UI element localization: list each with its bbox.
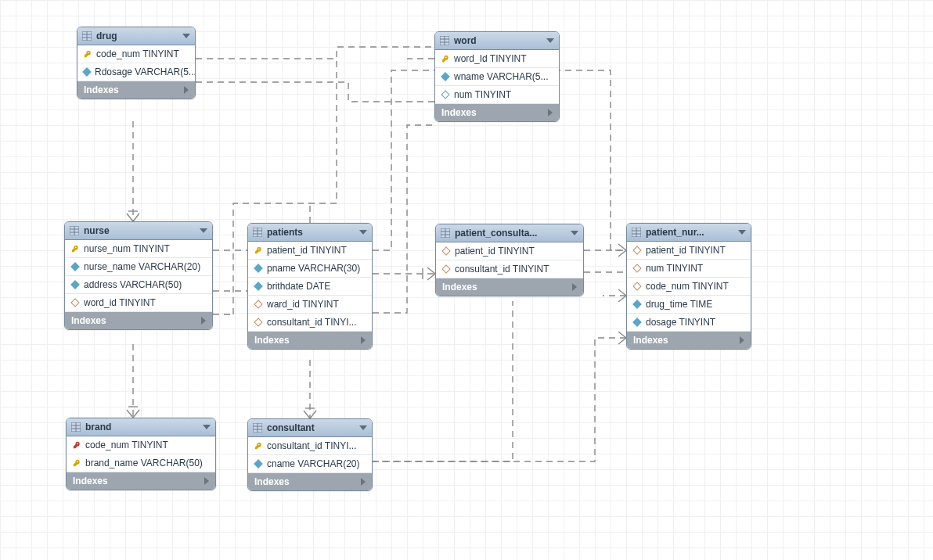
indexes-label: Indexes <box>71 315 106 326</box>
column-row[interactable]: code_num TINYINT <box>67 436 215 454</box>
column-row[interactable]: nurse_name VARCHAR(20) <box>65 258 212 276</box>
table-header[interactable]: brand <box>67 418 215 436</box>
indexes-section[interactable]: Indexes <box>627 332 751 349</box>
diamond-icon <box>254 460 262 468</box>
indexes-label: Indexes <box>633 335 668 346</box>
indexes-section[interactable]: Indexes <box>65 312 212 329</box>
chevron-down-icon[interactable] <box>359 230 367 235</box>
diamond-icon <box>254 264 262 272</box>
column-label: patient_id TINYINT <box>267 245 347 256</box>
indexes-section[interactable]: Indexes <box>436 278 583 296</box>
chevron-down-icon[interactable] <box>203 425 211 429</box>
column-label: consultant_id TINYI... <box>267 317 357 328</box>
column-row[interactable]: ward_id TINYINT <box>248 296 372 314</box>
column-row[interactable]: consultant_id TINYI... <box>248 314 372 332</box>
svg-line-17 <box>618 296 626 302</box>
column-label: word_id TINYINT <box>84 297 156 308</box>
indexes-section[interactable]: Indexes <box>77 81 195 99</box>
diamond-icon <box>71 281 79 289</box>
indexes-section[interactable]: Indexes <box>248 473 372 490</box>
column-label: pname VARCHAR(30) <box>267 263 360 274</box>
svg-line-14 <box>618 244 626 250</box>
table-patient_nur[interactable]: patient_nur...patient_id TINYINTnum TINY… <box>626 223 751 350</box>
table-header[interactable]: patients <box>248 224 372 242</box>
column-label: num TINYINT <box>454 89 511 100</box>
table-title: drug <box>96 31 178 41</box>
table-word[interactable]: wordword_Id TINYINTwname VARCHAR(5...num… <box>434 31 560 122</box>
diamond-icon <box>442 247 450 255</box>
diamond-icon <box>71 263 79 271</box>
column-label: ward_id TINYINT <box>267 299 339 310</box>
diamond-icon <box>633 282 641 290</box>
chevron-down-icon[interactable] <box>182 34 190 38</box>
table-header[interactable]: nurse <box>65 222 212 240</box>
table-patients[interactable]: patientspatient_id TINYINTpname VARCHAR(… <box>247 223 373 350</box>
table-patient_consulta[interactable]: patient_consulta...patient_id TINYINTcon… <box>435 224 584 296</box>
column-row[interactable]: Rdosage VARCHAR(5... <box>77 63 195 81</box>
diamond-icon <box>633 264 641 272</box>
column-label: word_Id TINYINT <box>454 53 526 64</box>
column-row[interactable]: word_Id TINYINT <box>435 50 559 68</box>
chevron-right-icon <box>740 336 744 344</box>
table-brand[interactable]: brandcode_num TINYINTbrand_name VARCHAR(… <box>66 418 216 490</box>
column-label: consultant_id TINYINT <box>455 264 549 275</box>
chevron-down-icon[interactable] <box>738 230 746 235</box>
svg-line-16 <box>618 289 626 296</box>
column-label: patient_id TINYINT <box>455 246 535 257</box>
column-row[interactable]: wname VARCHAR(5... <box>435 68 559 86</box>
key-icon <box>441 55 449 63</box>
indexes-label: Indexes <box>441 107 477 118</box>
table-header[interactable]: consultant <box>248 419 372 437</box>
diamond-icon <box>254 282 262 290</box>
column-row[interactable]: num TINYINT <box>627 260 751 278</box>
table-header[interactable]: word <box>435 32 559 50</box>
table-icon <box>253 228 262 237</box>
table-icon <box>440 36 449 45</box>
column-row[interactable]: patient_id TINYINT <box>436 242 583 260</box>
column-row[interactable]: dosage TINYINT <box>627 314 751 332</box>
column-label: dosage TINYINT <box>646 317 715 328</box>
column-row[interactable]: address VARCHAR(50) <box>65 276 212 294</box>
chevron-down-icon[interactable] <box>359 425 367 430</box>
column-row[interactable]: patient_id TINYINT <box>627 242 751 260</box>
column-label: nurse_num TINYINT <box>84 243 170 254</box>
column-row[interactable]: nurse_num TINYINT <box>65 240 212 258</box>
column-label: consultant_id TINYI... <box>267 440 357 451</box>
table-nurse[interactable]: nursenurse_num TINYINTnurse_name VARCHAR… <box>64 221 213 330</box>
table-consultant[interactable]: consultantconsultant_id TINYI...cname VA… <box>247 418 373 491</box>
chevron-right-icon <box>548 109 553 117</box>
indexes-section[interactable]: Indexes <box>435 104 559 121</box>
table-title: consultant <box>267 422 355 433</box>
column-row[interactable]: patient_id TINYINT <box>248 242 372 260</box>
column-row[interactable]: brand_name VARCHAR(50) <box>67 454 215 472</box>
column-row[interactable]: word_id TINYINT <box>65 294 212 312</box>
column-label: patient_id TINYINT <box>646 245 726 256</box>
column-row[interactable]: code_num TINYINT <box>627 278 751 296</box>
column-row[interactable]: consultant_id TINYINT <box>436 260 583 278</box>
column-row[interactable]: cname VARCHAR(20) <box>248 455 372 473</box>
column-row[interactable]: drug_time TIME <box>627 296 751 314</box>
table-icon <box>82 31 92 41</box>
chevron-down-icon[interactable] <box>546 38 554 43</box>
indexes-label: Indexes <box>84 84 119 95</box>
table-header[interactable]: drug <box>77 27 195 45</box>
svg-line-7 <box>133 410 139 418</box>
column-row[interactable]: pname VARCHAR(30) <box>248 260 372 278</box>
indexes-section[interactable]: Indexes <box>67 472 215 490</box>
column-label: Rdosage VARCHAR(5... <box>95 66 196 77</box>
table-header[interactable]: patient_nur... <box>627 224 751 242</box>
table-header[interactable]: patient_consulta... <box>436 224 583 242</box>
table-title: brand <box>85 422 198 433</box>
indexes-section[interactable]: Indexes <box>248 332 372 349</box>
table-drug[interactable]: drugcode_num TINYINTRdosage VARCHAR(5...… <box>77 27 196 99</box>
column-row[interactable]: brithdate DATE <box>248 278 372 296</box>
column-row[interactable]: code_num TINYINT <box>77 45 195 63</box>
column-row[interactable]: consultant_id TINYI... <box>248 437 372 455</box>
diamond-icon <box>633 246 641 254</box>
svg-line-12 <box>427 274 435 280</box>
column-label: cname VARCHAR(20) <box>267 458 359 469</box>
chevron-down-icon[interactable] <box>200 228 207 233</box>
column-row[interactable]: num TINYINT <box>435 86 559 104</box>
table-icon <box>253 423 262 433</box>
chevron-down-icon[interactable] <box>571 231 578 235</box>
